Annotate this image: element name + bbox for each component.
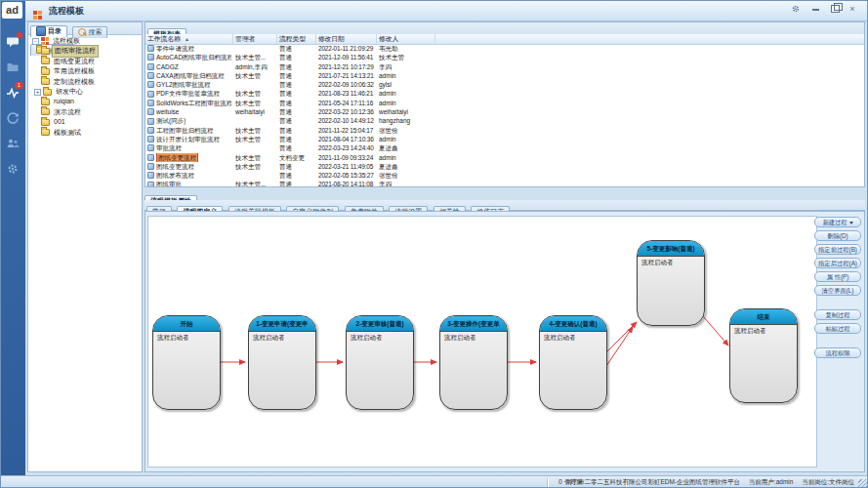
table-row[interactable]: SolidWorks工程图审批流程技术主管普通2021-05-24 17:11:… xyxy=(145,99,864,107)
table-row[interactable]: weituiseweihaitaiyi普通2022-03-22 10:12:36… xyxy=(145,107,864,116)
template-list-panel: 模板列表 工作流名称▲ 管理者 流程类型 修改日期 修改人 零件申请流程普通20… xyxy=(145,21,865,187)
maximize-icon[interactable] xyxy=(827,3,843,15)
properties-button[interactable]: 属 性(P) xyxy=(814,271,861,282)
flow-node-change-confirm[interactable]: 4-变更确认(普通) 流程启动者 xyxy=(539,315,607,410)
flow-node-change-review[interactable]: 2-变更审核(普通) 流程启动者 xyxy=(346,315,414,410)
table-row[interactable]: GYL2图纸审批流程普通2022-02-09 10:06:32gylsl xyxy=(145,80,864,89)
company-label: 南宁市二零二五科技有限公司彩虹EDM-企业图纸管理软件平台 xyxy=(565,478,740,485)
tab-catalog[interactable]: 目录 xyxy=(30,25,67,37)
tree-item[interactable]: ruiqian xyxy=(28,97,142,106)
folder-icon xyxy=(41,68,50,75)
paste-process-button[interactable]: 粘贴过程 xyxy=(814,323,861,334)
folder-icon xyxy=(41,129,50,136)
flow-node-change-request[interactable]: 1-变更申请(变更申 流程启动者 xyxy=(248,315,316,410)
contacts-icon[interactable] xyxy=(6,137,20,150)
collapse-toggle-icon[interactable]: - xyxy=(32,38,39,45)
current-user-label: 当前用户:admin xyxy=(749,478,794,485)
window-settings-icon[interactable] xyxy=(788,3,804,15)
expand-toggle-icon[interactable]: + xyxy=(34,89,41,96)
flow-canvas[interactable]: 开始 流程启动者 1-变更申请(变更申 流程启动者 2-变更审核(普通) 流程启… xyxy=(147,216,817,468)
table-row[interactable]: 审批流程普通2022-03-23 14:24:40夏进鑫 xyxy=(145,143,864,152)
sync-icon[interactable] xyxy=(6,111,20,125)
tree-item[interactable]: 常用流程模板 xyxy=(28,66,142,76)
tree-item[interactable]: 图纸变更流程 xyxy=(28,57,142,66)
flow-node-change-operate[interactable]: 3-变更操作(变更单 流程启动者 xyxy=(439,315,508,410)
workflow-icon xyxy=(147,72,154,79)
tree-item[interactable]: +研发中心 xyxy=(28,87,142,97)
tree-item[interactable]: 模板测试 xyxy=(28,128,142,138)
documents-icon[interactable] xyxy=(6,61,20,74)
col-date[interactable]: 修改日期 xyxy=(316,34,377,44)
flow-node-end[interactable]: 结束 流程启动者 xyxy=(729,308,798,403)
template-tree: - 流程模板 图纸审批流程 图纸变更流程 常用流程模板 定制流程模板 +研发中心… xyxy=(28,36,142,471)
workflow-icon xyxy=(147,63,154,70)
sort-asc-icon: ▲ xyxy=(185,34,189,44)
table-row[interactable]: 零件申请流程普通2022-01-11 21:09:29韦光勤 xyxy=(145,44,864,53)
titlebar: 流程模板 × xyxy=(25,0,868,21)
properties-subtabs: 常规 流程图定义 流程关联模板 自定义附件列 参考附件 流程设置 相关性 操作日… xyxy=(145,200,865,211)
set-prev-process-button[interactable]: 指定前过程(B) xyxy=(814,244,861,255)
col-user[interactable]: 修改人 xyxy=(377,34,435,44)
col-workflow-name[interactable]: 工作流名称▲ xyxy=(145,34,233,44)
clear-canvas-button[interactable]: 清空界面(L) xyxy=(814,285,861,296)
tree-item[interactable]: 图纸审批流程 xyxy=(28,46,142,56)
workflow-icon xyxy=(147,54,154,61)
table-row[interactable]: CADGZadmin,李四普通2021-12-21 10:17:29李四 xyxy=(145,62,864,71)
workflow-icon xyxy=(147,118,154,125)
catalog-panel: 目录 搜索 收藏夹 - 流程模板 图纸审批流程 图纸变更流程 常用流程模板 定制… xyxy=(27,21,143,472)
template-root-icon xyxy=(41,37,49,45)
delete-button[interactable]: 删除(D) xyxy=(814,230,861,241)
workflow-icon xyxy=(147,127,154,134)
activity-icon[interactable]: 1 xyxy=(6,86,20,100)
flow-node-change-impact[interactable]: 5-变更影响(普通) 流程启动者 xyxy=(637,240,705,326)
flow-permission-button[interactable]: 流程权限 xyxy=(814,347,861,358)
settings-icon[interactable] xyxy=(6,162,20,176)
tree-item[interactable]: 001 xyxy=(28,117,142,127)
table-row[interactable]: 工程图审批归档流程技术主管普通2021-11-22 15:04:17张世俭 xyxy=(145,126,864,135)
tree-item[interactable]: 定制流程模板 xyxy=(28,77,142,87)
close-icon[interactable]: × xyxy=(845,3,860,15)
folder-icon xyxy=(43,89,52,96)
folder-icon xyxy=(41,78,50,85)
table-row[interactable]: PDF文件审批签章流程技术主管普通2021-08-23 11:46:21admi… xyxy=(145,89,864,98)
col-manager[interactable]: 管理者 xyxy=(233,34,277,44)
flow-diagram-panel: 开始 流程启动者 1-变更申请(变更申 流程启动者 2-变更审核(普通) 流程启… xyxy=(145,211,865,472)
diagram-actions: 新建过程 删除(D) 指定前过程(B) 指定后过程(A) 属 性(P) 清空界面… xyxy=(814,217,861,358)
table-row[interactable]: CAXA图纸审批归档流程技术主管普通2021-07-21 14:13:21adm… xyxy=(145,71,864,80)
new-process-button[interactable]: 新建过程 xyxy=(814,217,861,227)
folder-icon xyxy=(41,108,50,115)
minimize-icon[interactable] xyxy=(807,3,823,15)
resize-grip[interactable] xyxy=(858,479,867,488)
table-row[interactable]: 图纸发布流程普通2022-02-05 15:35:27张世俭 xyxy=(145,171,864,180)
window-title: 流程模板 xyxy=(49,5,84,18)
messages-badge xyxy=(17,32,22,38)
messages-icon[interactable] xyxy=(6,35,20,49)
workflow-icon xyxy=(147,182,154,186)
node-role-label: 流程启动者 xyxy=(440,332,507,345)
copy-process-button[interactable]: 复制过程 xyxy=(814,309,861,320)
folder-icon xyxy=(41,119,50,126)
col-type[interactable]: 流程类型 xyxy=(277,34,316,44)
node-role-label: 流程启动者 xyxy=(638,257,704,269)
app-sidebar: ad 1 xyxy=(0,0,25,475)
search-icon xyxy=(78,28,86,36)
flow-node-start[interactable]: 开始 流程启动者 xyxy=(152,315,221,410)
node-role-label: 流程启动者 xyxy=(540,332,606,345)
current-post-label: 当前岗位:文件岗位 xyxy=(802,478,854,485)
catalog-tabstrip: 目录 搜索 收藏夹 xyxy=(28,22,142,35)
folder-icon xyxy=(41,48,50,55)
properties-tabstrip: 流程模板属性 xyxy=(145,189,865,200)
node-role-label: 流程启动者 xyxy=(347,332,413,345)
statusbar-info: 南宁市二零二五科技有限公司彩虹EDM-企业图纸管理软件平台 当前用户:admin… xyxy=(558,476,854,488)
tree-item[interactable]: 演示流程 xyxy=(28,107,142,117)
table-row[interactable]: 测试(同步)普通2022-02-10 14:49:12hangzhang xyxy=(145,116,864,125)
set-next-process-button[interactable]: 指定后过程(A) xyxy=(814,258,861,268)
table-row[interactable]: 图纸变更流程技术主管普通2022-03-21 11:49:05夏进鑫 xyxy=(145,162,864,171)
workflow-icon xyxy=(147,100,154,106)
app-logo[interactable]: ad xyxy=(2,2,22,19)
table-row-selected[interactable]: 图纸变更流程技术主管文档变更2021-11-09 09:33:24admin xyxy=(145,153,864,162)
table-row[interactable]: 设计开发计划审批流程技术主管普通2021-08-04 17:10:36admin xyxy=(145,135,864,143)
table-row[interactable]: 图纸审批技术主管...普通2021-08-20 14:11:08李四 xyxy=(145,180,864,186)
table-row[interactable]: AutoCAD图纸审批归档流程技术主管...普通2021-12-09 11:56… xyxy=(145,53,864,61)
node-role-label: 流程启动者 xyxy=(249,332,315,345)
